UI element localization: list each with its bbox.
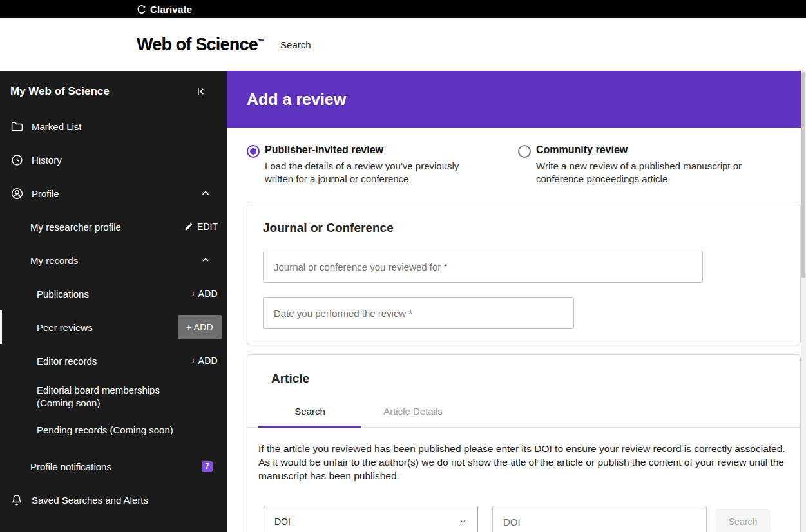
article-card-title: Article [271,372,800,386]
sidebar-item-label: Profile [32,188,59,199]
radio-unselected-icon[interactable] [518,145,531,158]
journal-card-title: Journal or Conference [263,221,785,235]
sidebar-item-label: History [32,155,62,166]
sidebar-item-profile-notifications[interactable]: Profile notifications 7 [0,450,227,483]
sidebar-item-publications[interactable]: Publications + ADD [0,277,227,310]
sidebar-item-profile[interactable]: Profile [0,176,227,210]
journal-or-conference-card: Journal or Conference [247,204,801,345]
sidebar-collapse-icon[interactable] [195,85,207,98]
trademark-symbol: ™ [258,38,264,45]
sidebar-item-label: Pending records (Coming soon) [37,424,173,437]
web-of-science-logo[interactable]: Web of Science™ [137,35,264,55]
content: Publisher-invited review Load the detail… [227,128,801,532]
person-icon [10,187,24,200]
sidebar-item-editorial-board-memberships[interactable]: Editorial board memberships (Coming soon… [0,377,227,416]
chevron-up-icon [200,187,211,199]
header: Web of Science™ Search [0,18,806,71]
article-tabs: Search Article Details [247,397,800,428]
chevron-up-icon [200,254,211,266]
doi-input[interactable] [492,506,707,532]
sidebar-item-label: Peer reviews [37,322,93,333]
identifier-type-select[interactable]: DOI [264,506,478,532]
scrollbar-thumb[interactable] [801,72,805,278]
page-header: Add a review [227,71,806,128]
radio-label: Publisher-invited review [265,144,487,156]
add-peer-review-button[interactable]: + ADD [178,315,222,339]
sidebar-item-label: Editor records [37,356,97,366]
tab-search[interactable]: Search [258,397,361,428]
review-type-options: Publisher-invited review Load the detail… [247,144,801,185]
chevron-down-icon [459,517,467,526]
clarivate-logo[interactable]: Clarivate [137,4,192,15]
doi-instructions: If the article you reviewed has been pub… [258,442,786,482]
sidebar-item-history[interactable]: History [0,143,227,176]
pencil-icon [184,222,193,231]
radio-description: Write a new review of a published manusc… [536,160,749,185]
sidebar-item-my-records[interactable]: My records [0,243,227,277]
sidebar-title: My Web of Science [10,85,110,98]
history-icon [10,153,24,167]
sidebar-item-label: My researcher profile [30,222,121,233]
sidebar: My Web of Science Marked List History Pr… [0,71,227,532]
identifier-type-value: DOI [274,517,291,527]
page-title: Add a review [247,90,346,109]
doi-search-button[interactable]: Search [716,509,770,532]
web-of-science-logo-text: Web of Science [137,35,258,54]
sidebar-item-label: Editorial board memberships (Coming soon… [37,384,191,410]
doi-search-row: DOI Search [264,506,800,532]
radio-description: Load the details of a review you've prev… [265,160,487,185]
clarivate-logo-icon [137,5,146,14]
radio-selected-icon[interactable] [247,145,260,158]
radio-option-community[interactable]: Community review Write a new review of a… [518,144,789,185]
sidebar-item-label: Publications [37,289,89,299]
radio-label: Community review [536,144,749,156]
bell-icon [10,493,24,506]
add-editor-records-button[interactable]: + ADD [191,356,218,366]
sidebar-item-marked-list[interactable]: Marked List [0,109,227,143]
sidebar-item-label: Profile notifications [30,461,111,472]
journal-name-input[interactable] [263,251,703,283]
sidebar-item-peer-reviews[interactable]: Peer reviews + ADD [0,310,227,344]
review-date-input[interactable] [263,297,574,329]
add-publications-button[interactable]: + ADD [191,289,218,299]
main-content: Add a review Publisher-invited review Lo… [227,71,806,532]
nav-search[interactable]: Search [280,39,311,50]
edit-profile-button[interactable]: EDIT [184,222,218,232]
sidebar-item-my-researcher-profile[interactable]: My researcher profile EDIT [0,210,227,243]
sidebar-item-pending-records[interactable]: Pending records (Coming soon) [0,416,227,444]
tab-article-details: Article Details [361,397,465,427]
scrollbar-track[interactable] [801,71,806,532]
sidebar-item-saved-searches[interactable]: Saved Searches and Alerts [0,483,227,517]
sidebar-item-label: Marked List [32,121,82,132]
notification-count-badge: 7 [202,461,213,472]
article-card: Article Search Article Details If the ar… [247,354,801,532]
folder-icon [10,120,24,133]
sidebar-item-label: My records [30,255,78,266]
topbar: Clarivate [0,0,806,18]
edit-label: EDIT [197,222,218,232]
sidebar-item-editor-records[interactable]: Editor records + ADD [0,344,227,377]
app-body: My Web of Science Marked List History Pr… [0,71,806,532]
sidebar-header: My Web of Science [0,73,227,109]
clarivate-logo-text: Clarivate [150,4,192,15]
radio-option-publisher-invited[interactable]: Publisher-invited review Load the detail… [247,144,518,185]
sidebar-item-label: Saved Searches and Alerts [32,495,148,506]
